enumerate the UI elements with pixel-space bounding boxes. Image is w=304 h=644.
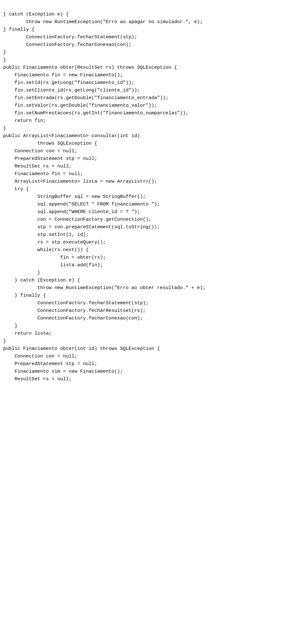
code-line: sql.append("SELECT * FROM financiamento … [3,201,301,208]
code-line: stp.setInt(1, id); [3,231,301,239]
code-line: } catch (Exception e) { [3,11,301,18]
code-line: } finally { [3,292,301,300]
code-line: stp = con.prepareStatement(sql.toString(… [3,224,301,231]
code-line: throw new RuntimeException("Erro ao apag… [3,18,301,26]
code-line: ConnectionFactory.fecharStatement(stp); [3,34,301,41]
code-line: fin.setValor(rs.getDouble("financiamento… [3,102,301,110]
code-line: try { [3,186,301,193]
code-line: fin = obter(rs); [3,254,301,262]
code-line: Connection con = null; [3,353,301,360]
code-line: Finaciamento sim = new Finaciamento(); [3,368,301,376]
code-line: return fin; [3,117,301,125]
code-line: fin.setCliente_id(rs.getLong("cliente_id… [3,87,301,94]
code-line: ConnectionFactory.fecharResultset(rs); [3,307,301,315]
code-line: ConnectionFactory.fecharConexao(con); [3,315,301,322]
code-line: Connection con = null; [3,148,301,155]
code-line: throws SQLException { [3,140,301,148]
code-container: } catch (Exception e) { throw new Runtim… [0,3,304,383]
code-line: } [3,49,301,56]
code-line: StringBuffer sql = new StringBuffer(); [3,193,301,201]
code-line: ArrayList<Finaciamento> lista = new Arra… [3,178,301,186]
code-line: public Finaciamento obter(int id) throws… [3,345,301,353]
code-line: fin.setId(rs.getLong("financiamento_id")… [3,79,301,87]
code-line: } [3,125,301,132]
code-line: fin.setNumPrestacoes(rs.getInt("financia… [3,110,301,117]
code-line: } finally { [3,26,301,34]
code-line: con = ConnectionFactory.getConnection(); [3,216,301,224]
code-line: PreparedStatement stp = null; [3,155,301,163]
code-line: fin.setEntrada(rs.getDouble("financiamen… [3,94,301,102]
code-line: ResultSet rs = null; [3,376,301,383]
code-line: throw new RuntimeException("Erro ao obte… [3,284,301,292]
code-line: } [3,322,301,330]
code-line: ConnectionFactory.fecharConexao(con); [3,41,301,49]
code-line: } [3,269,301,277]
code-line: Finaciamento fin = null; [3,170,301,178]
code-line: } catch (Exception e) { [3,277,301,284]
code-line: return lista; [3,330,301,338]
code-line: rs = stp.executeQuery(); [3,239,301,246]
code-line: Finaciamento fin = new Finaciamento(); [3,72,301,79]
code-line: public Finaciamento obter(ResultSet rs) … [3,64,301,72]
code-line: lista.add(fin); [3,262,301,269]
code-line: PreparedStatement stp = null; [3,360,301,368]
code-line: sql.append("WHERE cliente_id = ? "); [3,208,301,216]
code-line: } [3,56,301,64]
code-line: while(rs.next()) { [3,246,301,254]
code-line: public ArrayList<Finaciamento> consultar… [3,132,301,140]
code-line: ConnectionFactory.fecharStatement(stp); [3,300,301,307]
code-line: } [3,338,301,345]
code-line: ResultSet rs = null; [3,163,301,170]
